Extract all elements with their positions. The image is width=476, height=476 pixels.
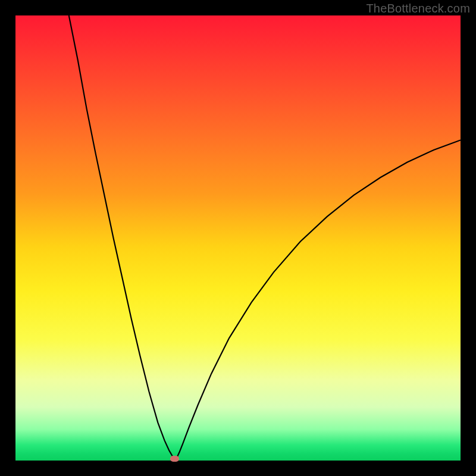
plot-area — [15, 15, 461, 461]
optimum-marker — [170, 456, 179, 462]
curve-left-branch — [69, 15, 176, 461]
watermark-text: TheBottleneck.com — [366, 2, 470, 15]
curve-right-branch — [176, 140, 461, 460]
bottleneck-curve — [15, 15, 461, 461]
chart-frame: TheBottleneck.com — [0, 0, 476, 476]
